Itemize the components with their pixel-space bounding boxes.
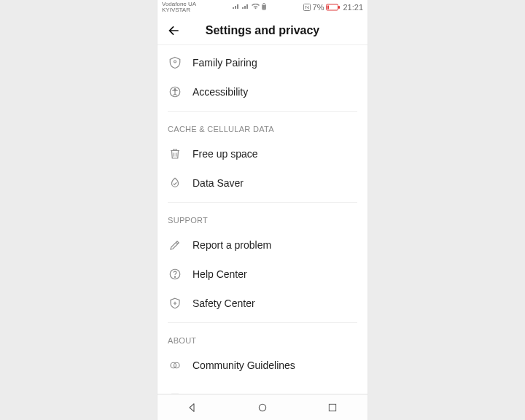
settings-list[interactable]: Family Pairing Accessibility CACHE & CEL… <box>158 45 368 394</box>
battery-percent: 7% <box>313 3 324 12</box>
help-icon <box>168 267 182 281</box>
section-support: SUPPORT <box>158 203 368 230</box>
carrier-secondary: KYIVSTAR <box>162 7 196 13</box>
row-cutoff[interactable] <box>158 380 368 394</box>
pencil-icon <box>168 238 182 252</box>
system-nav-bar <box>158 394 368 420</box>
trash-icon <box>168 147 182 161</box>
row-label: Safety Center <box>192 298 255 309</box>
row-family-pairing[interactable]: Family Pairing <box>158 48 368 77</box>
svg-rect-1 <box>263 3 265 4</box>
data-saver-icon <box>168 176 182 190</box>
page-title: Settings and privacy <box>158 24 368 37</box>
row-label: Family Pairing <box>192 57 257 69</box>
section-cache: CACHE & CELLULAR DATA <box>158 112 368 139</box>
row-data-saver[interactable]: Data Saver <box>158 168 368 198</box>
svg-point-9 <box>174 89 176 90</box>
signal-icon <box>233 4 240 9</box>
row-label: Accessibility <box>192 86 248 98</box>
nav-home[interactable] <box>248 397 277 418</box>
back-button[interactable] <box>162 19 185 42</box>
svg-point-7 <box>174 61 176 63</box>
row-help-center[interactable]: Help Center <box>158 260 368 289</box>
guidelines-icon <box>168 358 182 373</box>
svg-rect-5 <box>338 6 340 9</box>
doc-icon <box>168 392 182 394</box>
shield-icon <box>168 296 182 311</box>
wifi-icon <box>252 4 260 9</box>
row-accessibility[interactable]: Accessibility <box>158 77 368 106</box>
row-community-guidelines[interactable]: Community Guidelines <box>158 351 368 380</box>
family-icon <box>168 55 182 70</box>
svg-rect-16 <box>329 404 335 411</box>
nav-back[interactable] <box>178 397 207 418</box>
svg-point-13 <box>174 362 180 368</box>
svg-point-11 <box>174 276 175 277</box>
clock: 21:21 <box>343 3 363 12</box>
row-label: Data Saver <box>192 177 244 189</box>
row-free-up-space[interactable]: Free up space <box>158 139 368 168</box>
row-label: Help Center <box>192 268 247 280</box>
arrow-left-icon <box>166 23 181 38</box>
row-label: Free up space <box>192 148 258 160</box>
battery-icon <box>326 4 341 11</box>
phone-frame: Vodafone UA KYIVSTAR 7% <box>158 0 368 420</box>
svg-point-15 <box>259 404 265 411</box>
svg-rect-2 <box>263 5 265 9</box>
nav-recent[interactable] <box>318 397 347 418</box>
row-report-problem[interactable]: Report a problem <box>158 230 368 260</box>
status-bar: Vodafone UA KYIVSTAR 7% <box>158 0 368 16</box>
app-bar: Settings and privacy <box>158 16 368 45</box>
row-label: Report a problem <box>192 239 271 251</box>
svg-rect-6 <box>327 6 329 9</box>
row-label: Community Guidelines <box>192 359 295 371</box>
signal-icon-2 <box>242 4 249 9</box>
section-about: ABOUT <box>158 323 368 351</box>
row-safety-center[interactable]: Safety Center <box>158 289 368 318</box>
accessibility-icon <box>168 85 182 99</box>
battery-small-icon <box>262 3 266 10</box>
nfc-icon <box>303 4 311 11</box>
